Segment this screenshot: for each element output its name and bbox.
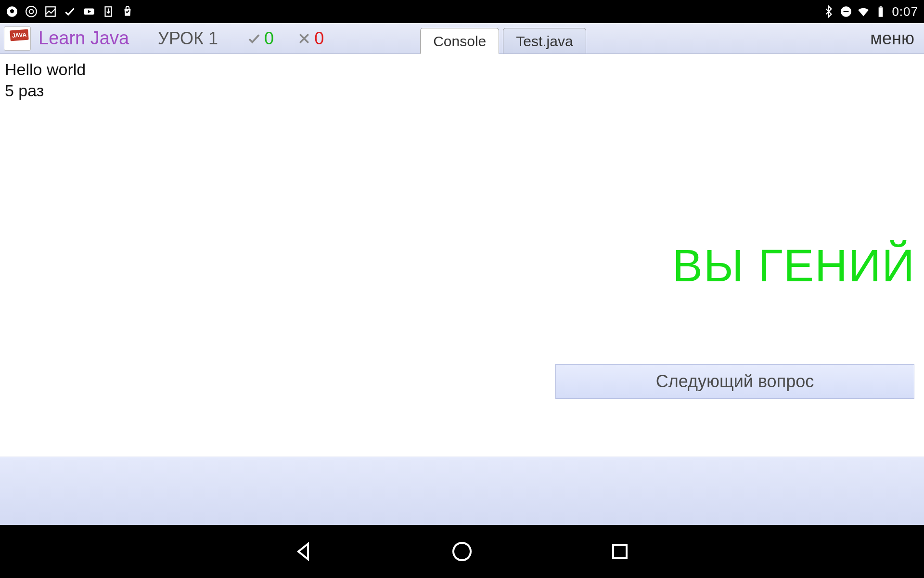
check-icon (247, 31, 261, 46)
correct-count: 0 (264, 28, 274, 49)
youtube-icon (83, 5, 95, 18)
svg-point-3 (29, 10, 34, 14)
nav-recent-icon[interactable] (608, 540, 631, 563)
tab-testjava-label: Test.java (516, 33, 573, 49)
score-correct: 0 (247, 28, 274, 49)
nav-home-icon[interactable] (450, 540, 474, 563)
wrong-count: 0 (314, 28, 324, 49)
image-icon (44, 5, 57, 18)
app-title: Learn Java (38, 28, 129, 49)
svg-rect-12 (880, 6, 882, 7)
svg-point-16 (453, 543, 471, 560)
next-question-label: Следующий вопрос (656, 371, 814, 392)
svg-rect-17 (613, 545, 627, 558)
battery-icon (874, 5, 887, 18)
app-logo: JAVA (4, 26, 31, 51)
next-question-button[interactable]: Следующий вопрос (555, 364, 914, 399)
clock-time: 0:07 (892, 4, 918, 19)
tab-console[interactable]: Console (420, 28, 499, 54)
score-wrong: 0 (297, 28, 324, 49)
status-bar-left (6, 5, 134, 18)
editor-tabs: Console Test.java (420, 23, 586, 53)
bluetooth-icon (822, 5, 835, 18)
svg-rect-10 (844, 11, 849, 12)
ad-banner[interactable] (0, 457, 924, 525)
svg-rect-4 (46, 7, 55, 16)
android-nav-bar (0, 525, 924, 578)
console-output: Hello world 5 раз (5, 59, 919, 101)
chrome-icon (25, 5, 38, 18)
svg-point-2 (26, 6, 37, 17)
soccer-icon (6, 5, 18, 18)
status-bar-right: 0:07 (822, 4, 918, 19)
nav-back-icon[interactable] (293, 540, 316, 563)
app-toolbar: JAVA Learn Java УРОК 1 0 0 Console Test.… (0, 23, 924, 54)
dnd-icon (840, 5, 852, 18)
lesson-label: УРОК 1 (158, 28, 218, 49)
android-status-bar: 0:07 (0, 0, 924, 23)
shop-icon (121, 5, 134, 18)
menu-button[interactable]: меню (864, 26, 920, 51)
content-area: Hello world 5 раз ВЫ ГЕНИЙ Следующий воп… (0, 54, 924, 457)
tab-console-label: Console (433, 33, 486, 49)
app-logo-text: JAVA (10, 29, 28, 41)
wifi-icon (857, 5, 870, 18)
svg-rect-11 (879, 7, 883, 17)
check-icon (64, 5, 76, 18)
x-icon (297, 31, 311, 46)
download-icon (102, 5, 115, 18)
result-message: ВЫ ГЕНИЙ (672, 240, 915, 292)
tab-testjava[interactable]: Test.java (503, 28, 586, 53)
svg-marker-15 (298, 544, 308, 559)
score-group: 0 0 (247, 28, 324, 49)
